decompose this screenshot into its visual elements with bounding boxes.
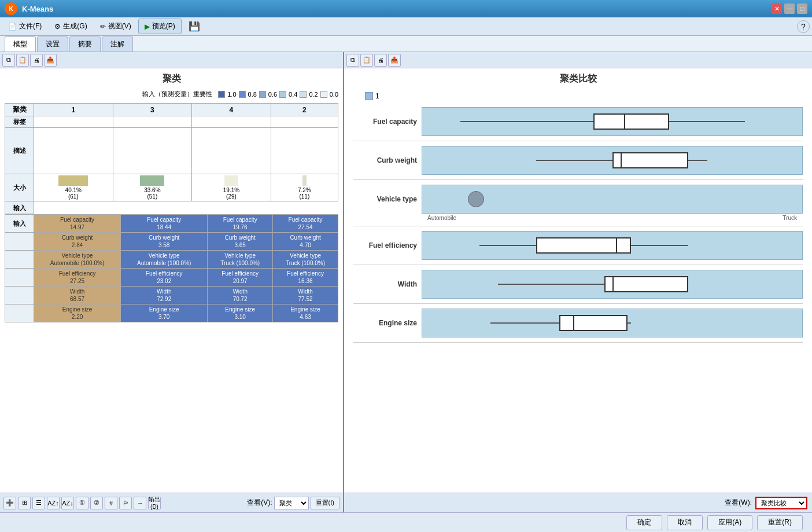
legend-label-5: 0.2 — [309, 91, 318, 98]
paste-btn[interactable]: 📋 — [16, 54, 29, 67]
cancel-btn[interactable]: 取消 — [667, 515, 703, 530]
cell-desc-3 — [113, 128, 192, 174]
legend-0.0 — [320, 91, 327, 98]
menu-file[interactable]: 📄 文件(F) — [2, 19, 47, 34]
cell-vehicle-1: Vehicle typeAutomobile (100.0%) — [34, 251, 121, 269]
right-panel-content: 聚类比较 1 Fuel capacity — [344, 68, 812, 493]
minimize-button[interactable]: ─ — [784, 3, 795, 14]
menu-preview[interactable]: ▶ 预览(P) — [138, 19, 182, 34]
legend-label-1: 1.0 — [227, 91, 236, 98]
cell-engine-2: Engine size4.63 — [273, 304, 338, 322]
cell-size-4: 19.1% (29) — [192, 174, 271, 201]
apply-btn[interactable]: 应用(A) — [707, 515, 752, 530]
tab-summary[interactable]: 摘要 — [69, 36, 101, 52]
cell-curb-3: Curb weight3.58 — [121, 233, 208, 251]
cell-fuel-cap-2: Fuel capacity27.54 — [273, 215, 338, 233]
cell-vehicle-3: Vehicle typeAutomobile (100.0%) — [121, 251, 208, 269]
tab-model[interactable]: 模型 — [5, 36, 36, 52]
cell-curb-4: Curb weight3.65 — [208, 233, 273, 251]
left-reset-btn[interactable]: 重置(I) — [311, 497, 339, 509]
right-export-btn[interactable]: 📤 — [388, 54, 401, 67]
export-btn[interactable]: 📤 — [44, 54, 57, 67]
right-copy-btn[interactable]: ⧉ — [346, 54, 359, 67]
var-name-fuel-cap: Fuel capacity — [353, 118, 417, 126]
cell-curb-2: Curb weight4.70 — [273, 233, 338, 251]
output-btn[interactable]: 输出(D) — [148, 497, 161, 509]
cell-engine-4: Engine size3.10 — [208, 304, 273, 322]
legend-label-4: 0.4 — [289, 91, 297, 98]
col-header-2: 2 — [271, 104, 338, 116]
box-plot-curb — [422, 146, 803, 175]
action-bar: 确定 取消 应用(A) 重置(R) — [0, 512, 812, 532]
sort-az-btn[interactable]: AZ↑ — [47, 497, 60, 509]
left-toolbar: ⧉ 📋 🖨 📤 — [0, 52, 343, 68]
menu-view[interactable]: ✏ 视图(V) — [94, 19, 137, 34]
right-paste-btn[interactable]: 📋 — [360, 54, 373, 67]
num2-btn[interactable]: ② — [90, 497, 103, 509]
var-label-width — [5, 287, 34, 304]
view-icon: ✏ — [100, 23, 106, 31]
cell-size-2: 7.2% (11) — [271, 174, 338, 201]
median-fuel-eff — [616, 239, 617, 253]
add-bottom-btn[interactable]: ➕ — [3, 497, 16, 509]
median-fuel-cap — [624, 115, 625, 129]
left-view-label: 查看(V): — [247, 498, 272, 508]
legend-0.4 — [279, 91, 286, 98]
list-btn[interactable]: ☰ — [32, 497, 45, 509]
legend-label-6: 0.0 — [330, 91, 338, 98]
close-button[interactable]: ✕ — [772, 3, 782, 14]
sort-za-btn[interactable]: AZ↓ — [61, 497, 74, 509]
grid-btn[interactable]: ⊞ — [18, 497, 31, 509]
right-view-select[interactable]: 聚类比较 — [755, 497, 807, 509]
reset-btn[interactable]: 重置(R) — [757, 515, 803, 530]
row-label-size: 大小 — [5, 174, 34, 201]
maximize-button[interactable]: □ — [797, 3, 807, 14]
legend-0.8 — [239, 91, 246, 98]
cell-size-1: 40.1% (61) — [34, 174, 113, 201]
col-header-1: 1 — [34, 104, 113, 116]
cell-fuel-eff-4: Fuel efficiency20.97 — [208, 269, 273, 287]
legend-0.2 — [300, 91, 307, 98]
legend-value: 1 — [375, 92, 379, 100]
menu-save[interactable]: 💾 — [183, 19, 206, 34]
right-print-btn[interactable]: 🖨 — [374, 54, 387, 67]
cell-desc-1 — [34, 128, 113, 174]
comparison-width: Width — [353, 270, 803, 304]
cell-size-3: 33.6% (51) — [113, 174, 192, 201]
cell-width-2: Width77.52 — [273, 287, 338, 304]
title-bar: K K-Means ✕ ─ □ — [0, 0, 812, 17]
left-view-select[interactable]: 聚类 — [274, 497, 309, 509]
cell-label-4 — [192, 116, 271, 128]
median-curb — [621, 153, 622, 168]
confirm-btn[interactable]: 确定 — [626, 515, 662, 530]
right-panel: ⧉ 📋 🖨 📤 聚类比较 1 Fuel capacity — [344, 52, 812, 493]
row-label-desc: 摘述 — [5, 128, 34, 174]
arrow-btn[interactable]: → — [134, 497, 146, 509]
print-btn[interactable]: 🖨 — [30, 54, 43, 67]
menu-generate[interactable]: ⚙ 生成(G) — [49, 19, 93, 34]
flag-btn[interactable]: 🏳 — [119, 497, 132, 509]
help-button[interactable]: ? — [797, 20, 810, 33]
tab-settings[interactable]: 设置 — [37, 36, 68, 52]
menu-preview-label: 预览(P) — [152, 21, 175, 31]
cell-fuel-eff-3: Fuel efficiency23.02 — [121, 269, 208, 287]
cell-fuel-cap-4: Fuel capacity19.76 — [208, 215, 273, 233]
legend-square — [365, 92, 373, 100]
table-row: Curb weight2.84 Curb weight3.58 Curb wei… — [5, 233, 338, 251]
tab-notes[interactable]: 注解 — [102, 36, 133, 52]
var-name-engine: Engine size — [353, 319, 417, 327]
box-width — [604, 276, 688, 293]
input-table: 输入 Fuel capacity14.97 Fuel capacity18.44… — [5, 214, 338, 322]
filter-btn[interactable]: # — [105, 497, 117, 509]
comparison-curb-weight: Curb weight — [353, 146, 803, 180]
num1-btn[interactable]: ① — [76, 497, 88, 509]
legend-label-3: 0.6 — [268, 91, 277, 98]
var-label-fuel-cap: 输入 — [5, 215, 34, 233]
table-row: 输入 Fuel capacity14.97 Fuel capacity18.44… — [5, 215, 338, 233]
median-width — [612, 277, 614, 292]
cell-vehicle-2: Vehicle typeTruck (100.0%) — [273, 251, 338, 269]
copy-btn[interactable]: ⧉ — [2, 54, 15, 67]
menu-file-label: 文件(F) — [19, 21, 42, 31]
left-chart-title: 聚类 — [5, 73, 338, 85]
box-fuel-cap — [593, 113, 669, 130]
